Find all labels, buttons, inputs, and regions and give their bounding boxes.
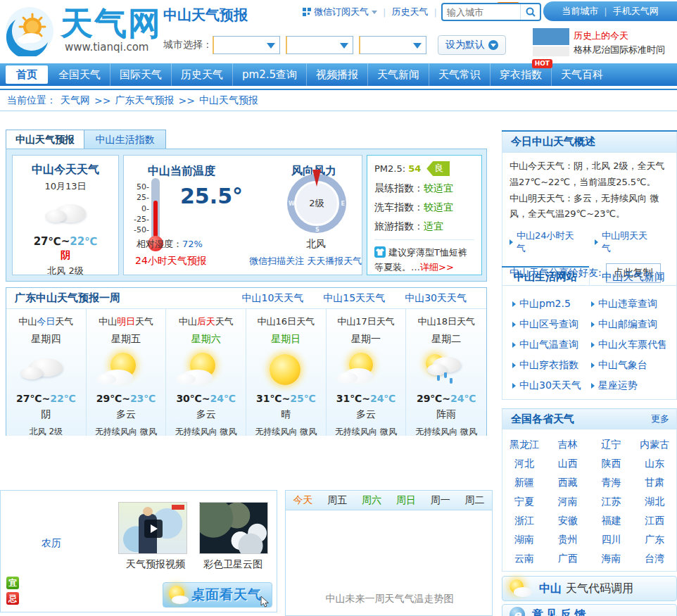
forecast-day-aftertomorrow[interactable]: 中山后天天气 星期六 30℃~24℃ 多云 无持续风向 微风 xyxy=(166,309,246,436)
link-observatory[interactable]: 中山气象台 xyxy=(591,359,670,372)
nav-national-weather[interactable]: 全国天气 xyxy=(49,63,110,86)
index-carwash[interactable]: 洗车指数：较适宜 xyxy=(374,201,474,214)
satellite-caption[interactable]: 彩色卫星云图 xyxy=(203,558,262,571)
breadcrumb-home[interactable]: 天气网 xyxy=(61,94,90,107)
province-link[interactable]: 台湾 xyxy=(633,553,676,565)
breadcrumb-province[interactable]: 广东天气预报 xyxy=(115,94,174,107)
province-link[interactable]: 安徽 xyxy=(546,515,590,527)
forecast-day-16[interactable]: 中山16日天气 星期日 31℃~25℃ 晴 无持续风向 微风 xyxy=(246,309,327,436)
province-select[interactable] xyxy=(213,36,280,54)
link-dress-index[interactable]: 中山穿衣指数 xyxy=(512,359,591,372)
nav-video[interactable]: 视频播报 xyxy=(307,63,368,86)
current-city-link[interactable]: 当前城市 xyxy=(562,5,598,18)
province-link[interactable]: 江苏 xyxy=(590,496,633,508)
video-caption[interactable]: 天气预报视频 xyxy=(126,558,185,571)
forecast-day-today[interactable]: 中山今日天气 星期四 27℃~22℃ 阴 北风 2级 xyxy=(6,309,87,436)
link-30day[interactable]: 中山30天天气 xyxy=(405,292,467,305)
province-link[interactable]: 西藏 xyxy=(546,477,590,489)
trend-tab-sun[interactable]: 周日 xyxy=(396,494,416,507)
trend-tab-fri[interactable]: 周五 xyxy=(327,494,347,507)
province-link[interactable]: 广西 xyxy=(546,553,590,565)
nav-news[interactable]: 天气新闻 xyxy=(368,63,429,86)
nav-encyclopedia[interactable]: 天气百科 xyxy=(552,63,612,86)
province-link[interactable]: 海南 xyxy=(590,553,633,565)
trend-tab-sat[interactable]: 周六 xyxy=(362,494,381,507)
link-zip-code[interactable]: 中山邮编查询 xyxy=(591,318,670,331)
province-link[interactable]: 贵州 xyxy=(546,534,590,546)
province-link[interactable]: 山东 xyxy=(633,458,676,470)
nav-pm25[interactable]: pm2.5查询 xyxy=(233,63,307,86)
trend-tab-today[interactable]: 今天 xyxy=(293,494,312,507)
province-link[interactable]: 浙江 xyxy=(502,515,546,527)
province-link[interactable]: 山西 xyxy=(546,458,590,470)
desktop-weather-banner[interactable]: 桌面看天气 xyxy=(163,582,272,608)
link-tomorrow-weather[interactable]: 中山明天天气 xyxy=(595,230,651,255)
tab-weather-news[interactable]: 中山天气新闻 xyxy=(589,268,677,285)
province-link[interactable]: 四川 xyxy=(590,534,633,546)
breadcrumb-city[interactable]: 中山天气预报 xyxy=(199,94,258,107)
mobile-site-link[interactable]: 手机天气网 xyxy=(613,5,659,18)
link-temp-query[interactable]: 中山气温查询 xyxy=(512,339,591,351)
link-24h-weather[interactable]: 中山24小时天气 xyxy=(510,230,576,255)
link-area-code[interactable]: 中山区号查询 xyxy=(512,318,591,331)
nav-dress-index[interactable]: 穿衣指数 HOT xyxy=(491,63,552,86)
province-link[interactable]: 新疆 xyxy=(502,477,546,489)
nav-international-weather[interactable]: 国际天气 xyxy=(110,63,172,86)
province-link[interactable]: 河南 xyxy=(546,496,590,508)
district-select[interactable] xyxy=(359,36,426,54)
link-30day[interactable]: 中山30天天气 xyxy=(512,379,591,392)
trend-tab-tue[interactable]: 周二 xyxy=(465,494,485,507)
index-morning[interactable]: 晨练指数：较适宜 xyxy=(374,182,474,195)
forecast-day-17[interactable]: 中山17日天气 星期一 31℃~24℃ 多云 无持续风向 微风 xyxy=(327,309,407,436)
history-thumbnail[interactable] xyxy=(533,28,569,45)
province-link[interactable]: 陕西 xyxy=(590,458,633,470)
city-select[interactable] xyxy=(286,36,353,54)
link-24h-forecast[interactable]: 24小时天气预报 xyxy=(135,255,207,268)
province-link[interactable]: 河北 xyxy=(502,458,546,470)
link-10day[interactable]: 中山10天天气 xyxy=(242,292,304,305)
dress-detail-link[interactable]: 详细>> xyxy=(420,262,454,272)
search-input[interactable] xyxy=(443,7,520,18)
link-violation[interactable]: 中山违章查询 xyxy=(591,298,670,310)
more-link[interactable]: 更多 xyxy=(651,413,669,425)
province-link[interactable]: 宁夏 xyxy=(502,496,546,508)
wechat-scan-link[interactable]: 微信扫描关注 天天播报天气 xyxy=(249,255,362,268)
play-button[interactable] xyxy=(144,520,163,538)
nav-knowledge[interactable]: 天气常识 xyxy=(429,63,491,86)
province-link[interactable]: 广东 xyxy=(633,534,676,546)
tab-life-sites[interactable]: 中山生活网站 xyxy=(502,266,589,285)
link-train-ticket[interactable]: 中山火车票代售 xyxy=(591,339,670,351)
index-travel[interactable]: 旅游指数：适宜 xyxy=(374,220,474,233)
tab-life-index[interactable]: 中山生活指数 xyxy=(84,130,166,149)
province-link[interactable]: 云南 xyxy=(502,553,546,565)
province-link[interactable]: 吉林 xyxy=(546,439,590,451)
link-horoscope[interactable]: 星座运势 xyxy=(591,379,670,392)
lunar-calendar-link[interactable]: 农历 xyxy=(42,537,61,550)
province-link[interactable]: 甘肃 xyxy=(633,477,676,489)
province-link[interactable]: 内蒙古 xyxy=(633,439,676,451)
video-thumbnail[interactable] xyxy=(118,502,187,554)
province-link[interactable]: 青海 xyxy=(590,477,633,489)
province-link[interactable]: 湖南 xyxy=(502,534,546,546)
wechat-subscribe-link[interactable]: 微信订阅天气 xyxy=(303,6,377,18)
site-logo[interactable]: 天气网 www.tianqi.com xyxy=(4,6,162,56)
set-default-button[interactable]: 设为默认 xyxy=(438,35,506,55)
forecast-day-18[interactable]: 中山18日天气 星期二 29℃~24℃ 阵雨 无持续风向 微风 xyxy=(406,309,486,436)
today-in-history-link[interactable]: 历史上的今天 xyxy=(574,30,628,42)
trend-tab-mon[interactable]: 周一 xyxy=(431,494,450,507)
nav-history-weather[interactable]: 历史天气 xyxy=(172,63,233,86)
province-link[interactable]: 福建 xyxy=(590,515,633,527)
forecast-day-tomorrow[interactable]: 中山明日天气 星期五 29℃~23℃ 多云 无持续风向 微风 xyxy=(87,309,167,436)
province-link[interactable]: 黑龙江 xyxy=(502,439,546,451)
history-weather-link[interactable]: 历史天气 xyxy=(391,6,428,18)
link-15day[interactable]: 中山15天天气 xyxy=(323,292,385,305)
ji-badge[interactable]: 忌 xyxy=(6,592,19,605)
link-pm25[interactable]: 中山pm2.5 xyxy=(512,298,591,310)
tab-weather-forecast[interactable]: 中山天气预报 xyxy=(6,130,84,149)
satellite-thumbnail[interactable] xyxy=(199,502,268,554)
province-link[interactable]: 湖北 xyxy=(633,496,676,508)
province-link[interactable]: 辽宁 xyxy=(590,439,633,451)
search-button[interactable] xyxy=(520,4,540,20)
feedback-panel[interactable]: e 意见反馈 xyxy=(502,604,677,616)
province-link[interactable]: 江西 xyxy=(633,515,676,527)
